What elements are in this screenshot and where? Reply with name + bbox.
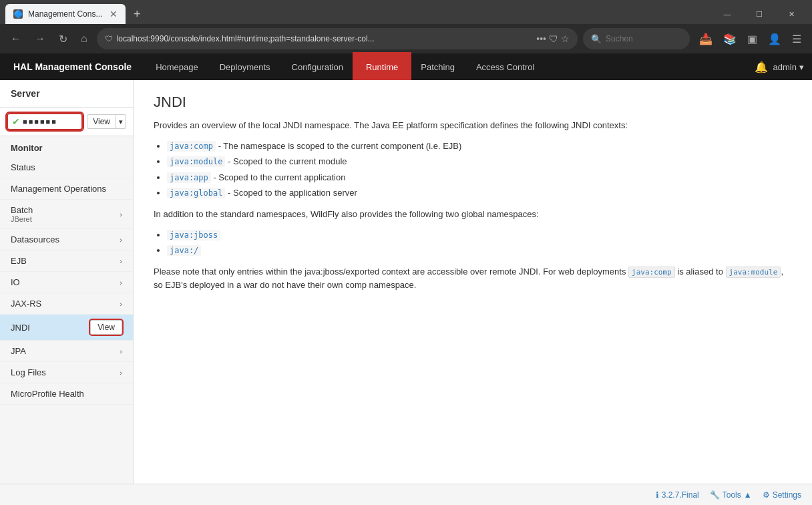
sidebar-item-label: Datasources xyxy=(11,234,59,244)
home-button[interactable]: ⌂ xyxy=(77,30,91,47)
desc1: Provides an overview of the local JNDI n… xyxy=(154,119,792,133)
server-badge: ✔ ■■■■■■ xyxy=(7,113,83,130)
server-view-group: View ▾ xyxy=(87,114,126,129)
main-content: JNDI Provides an overview of the local J… xyxy=(134,80,812,484)
url-text: localhost:9990/console/index.html#runtim… xyxy=(117,34,533,43)
list-item: java:comp - The namespace is scoped to t… xyxy=(167,140,792,153)
sidebar-item-label: Log Files xyxy=(11,367,46,377)
sidebar-item-label: IO xyxy=(11,277,20,287)
chevron-right-icon: › xyxy=(120,347,122,355)
jndi-view-button[interactable]: View xyxy=(90,320,122,335)
url-dots-icon[interactable]: ••• xyxy=(536,33,546,44)
user-chevron-icon: ▾ xyxy=(799,62,804,72)
code-element: java:/ xyxy=(167,245,201,256)
version-icon: ℹ xyxy=(656,490,659,500)
sidebar-item-label: Batch xyxy=(11,205,33,215)
sidebar-item-io[interactable]: IO› xyxy=(0,272,133,293)
sidebar-item-datasources[interactable]: Datasources› xyxy=(0,229,133,250)
back-button[interactable]: ← xyxy=(7,30,25,47)
bookmarks-icon[interactable]: 📚 xyxy=(719,30,741,48)
sidebar-item-log-files[interactable]: Log Files› xyxy=(0,362,133,383)
chevron-right-icon: › xyxy=(120,257,122,265)
nav-item-deployments[interactable]: Deployments xyxy=(209,53,281,80)
sidebar-item-label: JPA xyxy=(11,346,26,356)
chevron-right-icon: › xyxy=(120,369,122,377)
sidebar-item-jndi[interactable]: JNDIView xyxy=(0,315,133,341)
sidebar-item-label: JAX-RS xyxy=(11,299,41,309)
url-actions: ••• 🛡 ☆ xyxy=(536,33,570,44)
sidebar-item-sub: JBeret xyxy=(11,215,33,223)
maximize-button[interactable]: ☐ xyxy=(744,4,775,24)
nav-item-runtime[interactable]: Runtime xyxy=(354,53,410,80)
desc3: Please note that only entries within the… xyxy=(154,265,792,293)
chevron-right-icon: › xyxy=(120,236,122,244)
code-element: java:global xyxy=(167,188,225,198)
server-selector: ✔ ■■■■■■ View ▾ xyxy=(0,108,133,136)
nav-menu: HomepageDeploymentsConfigurationRuntimeP… xyxy=(145,53,746,80)
star-icon[interactable]: ☆ xyxy=(561,33,570,44)
url-bar[interactable]: 🛡 localhost:9990/console/index.html#runt… xyxy=(97,28,578,49)
user-menu[interactable]: admin ▾ xyxy=(773,62,804,72)
tools-link[interactable]: 🔧 Tools ▲ xyxy=(710,490,752,500)
tab-close-icon[interactable]: ✕ xyxy=(110,9,118,19)
server-name: ■■■■■■ xyxy=(23,118,57,126)
footer: ℹ 3.2.7.Final 🔧 Tools ▲ ⚙ Settings xyxy=(0,484,812,505)
sidebar-item-management-operations[interactable]: Management Operations xyxy=(0,178,133,200)
sidebar-item-jpa[interactable]: JPA› xyxy=(0,341,133,362)
sidebar-item-jax-rs[interactable]: JAX-RS› xyxy=(0,293,133,315)
code-javacomp: java:comp xyxy=(628,267,675,278)
sidebar-item-microprofile-health[interactable]: MicroProfile Health xyxy=(0,383,133,405)
tools-icon: 🔧 xyxy=(710,490,720,500)
sidebar-item-label: MicroProfile Health xyxy=(11,389,84,399)
search-input[interactable] xyxy=(606,34,672,43)
bookmark-icon[interactable]: 🛡 xyxy=(549,33,558,44)
user-name: admin xyxy=(773,62,797,72)
tab-title: Management Cons... xyxy=(28,9,104,19)
code-element: java:module xyxy=(167,156,225,167)
browser-tab[interactable]: 🔷 Management Cons... ✕ xyxy=(5,4,126,24)
list-item: java:global - Scoped to the application … xyxy=(167,186,792,200)
sidebar-server-header: Server xyxy=(0,80,133,108)
sidebar-item-label: JNDI xyxy=(11,323,30,333)
tab-view-icon[interactable]: ▣ xyxy=(743,30,761,48)
page-title: JNDI xyxy=(154,94,792,111)
desc2: In addition to the standard namespaces, … xyxy=(154,208,792,222)
version-link[interactable]: ℹ 3.2.7.Final xyxy=(656,490,699,500)
nav-item-homepage[interactable]: Homepage xyxy=(145,53,209,80)
tools-text: Tools xyxy=(723,490,741,500)
sidebar-item-status[interactable]: Status xyxy=(0,157,133,178)
reload-button[interactable]: ↻ xyxy=(55,30,71,48)
search-bar[interactable]: 🔍 xyxy=(583,28,690,49)
sidebar-item-label: Management Operations xyxy=(11,184,106,194)
code-javamodule: java:module xyxy=(726,267,781,278)
settings-link[interactable]: ⚙ Settings xyxy=(763,490,801,500)
minimize-button[interactable]: — xyxy=(712,4,743,24)
close-button[interactable]: ✕ xyxy=(776,4,807,24)
sidebar-item-label: EJB xyxy=(11,256,27,266)
server-status-icon: ✔ xyxy=(12,116,20,127)
settings-text: Settings xyxy=(773,490,801,500)
bell-icon[interactable]: 🔔 xyxy=(755,61,768,73)
sidebar-item-batch[interactable]: BatchJBeret› xyxy=(0,200,133,229)
code-element: java:jboss xyxy=(167,230,220,240)
sidebar-item-ejb[interactable]: EJB› xyxy=(0,250,133,272)
chevron-right-icon: › xyxy=(120,300,122,308)
chevron-right-icon: › xyxy=(120,279,122,287)
settings-icon: ⚙ xyxy=(763,490,770,500)
new-tab-button[interactable]: + xyxy=(128,5,146,24)
profile-icon[interactable]: 👤 xyxy=(764,30,785,48)
nav-item-access-control[interactable]: Access Control xyxy=(465,53,545,80)
extensions-icon[interactable]: 📥 xyxy=(695,30,717,48)
security-icon: 🛡 xyxy=(105,34,113,43)
server-view-button[interactable]: View xyxy=(87,114,116,129)
nav-item-patching[interactable]: Patching xyxy=(410,53,465,80)
jndi-list-1: java:comp - The namespace is scoped to t… xyxy=(167,140,792,200)
top-nav: HAL Management Console HomepageDeploymen… xyxy=(0,53,812,80)
forward-button[interactable]: → xyxy=(31,30,49,47)
list-item: java:app - Scoped to the current applica… xyxy=(167,171,792,184)
menu-icon[interactable]: ☰ xyxy=(788,30,805,48)
monitor-section: Monitor StatusManagement OperationsBatch… xyxy=(0,136,133,484)
server-view-dropdown[interactable]: ▾ xyxy=(116,114,126,129)
sidebar-item-group: BatchJBeret xyxy=(11,205,33,223)
nav-item-configuration[interactable]: Configuration xyxy=(281,53,354,80)
